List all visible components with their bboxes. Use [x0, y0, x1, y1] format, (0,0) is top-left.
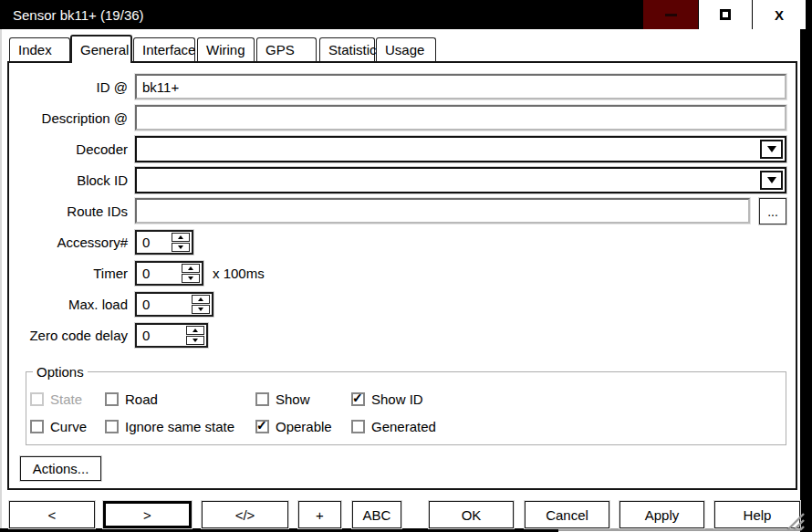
block-id-label: Block ID	[9, 167, 128, 193]
tab-statistic[interactable]: Statistic	[319, 37, 375, 61]
tab-gps[interactable]: GPS	[256, 37, 317, 61]
ok-button[interactable]: OK	[429, 501, 514, 528]
spin-down-button[interactable]	[192, 305, 210, 314]
accessory-value: 0	[137, 235, 150, 250]
window-left-edge	[0, 29, 2, 532]
checkbox-box	[105, 420, 119, 433]
checkbox-generated[interactable]: Generated	[351, 418, 436, 434]
chevron-up-icon	[193, 329, 198, 332]
chevron-up-icon	[188, 266, 193, 270]
spin-up-button[interactable]	[172, 233, 190, 242]
cancel-button[interactable]: Cancel	[525, 501, 609, 528]
checkbox-show-id[interactable]: Show ID	[351, 391, 423, 407]
tab-interface[interactable]: Interface	[133, 37, 195, 61]
description-input[interactable]	[137, 107, 785, 129]
accessory-spinner[interactable]: 0	[135, 230, 193, 255]
minimize-button[interactable]	[643, 0, 698, 29]
decoder-label: Decoder	[9, 136, 128, 162]
chevron-up-icon	[178, 235, 183, 239]
abc-button[interactable]: ABC	[352, 501, 401, 528]
checkbox-box	[30, 420, 44, 433]
checkbox-box	[30, 392, 44, 406]
actions-button[interactable]: Actions...	[20, 456, 101, 481]
window-title: Sensor bk11+ (19/36)	[13, 0, 144, 29]
window-bottom-edge	[0, 528, 558, 532]
close-icon: X	[775, 7, 784, 23]
timer-value: 0	[137, 266, 150, 281]
zero-code-delay-value: 0	[137, 328, 150, 343]
decoder-dropdown-button[interactable]	[760, 140, 783, 159]
route-ids-input[interactable]	[137, 200, 748, 222]
next-button[interactable]: >	[103, 501, 192, 528]
chevron-down-icon	[767, 146, 776, 152]
tab-index[interactable]: Index	[9, 37, 70, 61]
chevron-down-icon	[188, 276, 193, 280]
id-label: ID @	[9, 74, 128, 99]
description-field-frame	[135, 105, 786, 130]
id-input[interactable]	[137, 76, 785, 98]
chevron-down-icon	[198, 308, 203, 311]
timer-units-label: x 100ms	[213, 261, 265, 286]
checkbox-curve[interactable]: Curve	[30, 418, 87, 434]
block-id-combobox[interactable]	[135, 167, 786, 193]
maximize-button[interactable]	[699, 0, 752, 29]
id-field-frame	[135, 74, 786, 99]
spin-down-button[interactable]	[182, 274, 200, 283]
titlebar[interactable]: Sensor bk11+ (19/36) X	[0, 0, 812, 29]
checkbox-show[interactable]: Show	[255, 391, 310, 407]
sensor-dialog-window: Sensor bk11+ (19/36) X Index General Int…	[0, 0, 812, 532]
max-load-label: Max. load	[9, 292, 128, 317]
route-ids-browse-button[interactable]: ...	[759, 198, 786, 224]
timer-spinner[interactable]: 0	[135, 261, 203, 286]
checkbox-operable[interactable]: Operable	[255, 418, 332, 434]
chevron-down-icon	[178, 245, 183, 249]
route-ids-label: Route IDs	[9, 198, 128, 224]
checkbox-box	[351, 420, 365, 433]
options-groupbox-title: Options	[33, 364, 88, 380]
xml-button[interactable]: </>	[202, 501, 288, 528]
route-ids-field-frame	[135, 198, 750, 224]
tab-wiring[interactable]: Wiring	[197, 37, 255, 61]
add-button[interactable]: +	[298, 501, 341, 528]
block-id-dropdown-button[interactable]	[760, 171, 783, 190]
spin-down-button[interactable]	[186, 336, 204, 345]
accessory-label: Accessory#	[9, 230, 128, 255]
maximize-icon	[720, 9, 731, 20]
max-load-value: 0	[137, 297, 150, 312]
checkbox-box	[255, 420, 269, 433]
resize-grip-icon[interactable]	[783, 509, 805, 531]
tab-general[interactable]: General	[70, 35, 132, 63]
chevron-down-icon	[767, 177, 776, 183]
close-button[interactable]: X	[753, 0, 806, 29]
decoder-combobox[interactable]	[135, 136, 786, 162]
checkbox-box	[351, 392, 365, 406]
spin-up-button[interactable]	[186, 326, 204, 335]
description-label: Description @	[9, 105, 128, 130]
prev-button[interactable]: <	[9, 501, 95, 528]
spin-up-button[interactable]	[192, 295, 210, 304]
checkbox-box	[255, 392, 269, 406]
checkbox-ignore-same-state[interactable]: Ignore same state	[105, 418, 234, 434]
spin-up-button[interactable]	[182, 264, 200, 273]
timer-label: Timer	[9, 261, 128, 286]
max-load-spinner[interactable]: 0	[135, 292, 213, 317]
checkbox-state[interactable]: State	[30, 391, 82, 407]
minimize-icon	[665, 14, 677, 16]
chevron-up-icon	[198, 297, 203, 301]
window-bottom-edge-light	[558, 528, 800, 531]
checkbox-box	[105, 392, 119, 406]
spin-down-button[interactable]	[172, 243, 190, 252]
tab-usage[interactable]: Usage	[376, 37, 436, 61]
apply-button[interactable]: Apply	[619, 501, 704, 528]
zero-code-delay-label: Zero code delay	[9, 323, 128, 348]
window-right-edge	[800, 0, 812, 532]
chevron-down-icon	[193, 339, 198, 342]
zero-code-delay-spinner[interactable]: 0	[135, 323, 208, 348]
checkbox-road[interactable]: Road	[105, 391, 158, 407]
